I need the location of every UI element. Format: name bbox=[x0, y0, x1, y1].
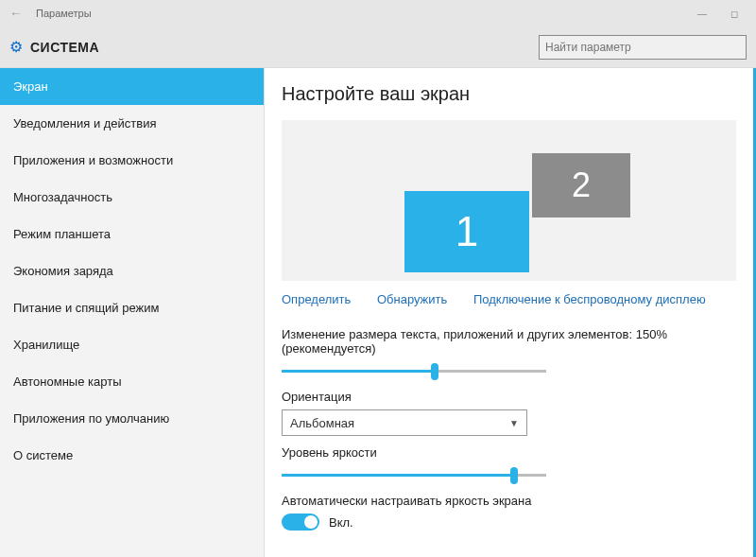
orientation-select[interactable]: Альбомная ▼ bbox=[282, 409, 527, 436]
brightness-label: Уровень яркости bbox=[282, 445, 736, 460]
scale-slider[interactable] bbox=[282, 361, 546, 380]
sidebar-item-default-apps[interactable]: Приложения по умолчанию bbox=[0, 400, 264, 437]
sidebar-item-offline-maps[interactable]: Автономные карты bbox=[0, 363, 264, 400]
back-button[interactable]: ← bbox=[6, 6, 26, 21]
titlebar: ← Параметры — ◻ bbox=[0, 0, 756, 26]
sidebar-item-tablet-mode[interactable]: Режим планшета bbox=[0, 216, 264, 252]
monitor-2[interactable]: 2 bbox=[532, 153, 630, 218]
toggle-knob bbox=[304, 515, 318, 529]
wireless-display-link[interactable]: Подключение к беспроводному дисплею bbox=[473, 292, 706, 306]
chevron-down-icon: ▼ bbox=[509, 418, 519, 428]
monitor-1[interactable]: 1 bbox=[404, 191, 529, 272]
scale-label: Изменение размера текста, приложений и д… bbox=[282, 327, 736, 356]
toggle-state-label: Вкл. bbox=[329, 515, 353, 530]
header-title: СИСТЕМА bbox=[30, 40, 99, 55]
monitor-layout[interactable]: 2 1 bbox=[282, 120, 736, 281]
window-title: Параметры bbox=[36, 8, 92, 19]
maximize-button[interactable]: ◻ bbox=[718, 9, 750, 19]
auto-brightness-toggle[interactable] bbox=[282, 513, 319, 531]
sidebar-item-power-sleep[interactable]: Питание и спящий режим bbox=[0, 289, 264, 326]
header: ⚙ СИСТЕМА bbox=[0, 26, 756, 68]
identify-link[interactable]: Определить bbox=[282, 292, 351, 306]
page-title: Настройте ваш экран bbox=[282, 83, 736, 105]
sidebar-item-notifications[interactable]: Уведомления и действия bbox=[0, 105, 264, 142]
brightness-slider[interactable] bbox=[282, 465, 546, 484]
minimize-button[interactable]: — bbox=[686, 9, 718, 19]
orientation-value: Альбомная bbox=[290, 416, 354, 430]
gear-icon: ⚙ bbox=[9, 38, 23, 56]
sidebar-item-battery-saver[interactable]: Экономия заряда bbox=[0, 252, 264, 289]
auto-brightness-label: Автоматически настраивать яркость экрана bbox=[282, 494, 736, 508]
sidebar-item-about[interactable]: О системе bbox=[0, 437, 264, 474]
search-input[interactable] bbox=[539, 35, 747, 60]
sidebar-item-display[interactable]: Экран bbox=[0, 68, 264, 105]
sidebar-item-multitasking[interactable]: Многозадачность bbox=[0, 179, 264, 216]
orientation-label: Ориентация bbox=[282, 390, 736, 404]
sidebar-item-storage[interactable]: Хранилище bbox=[0, 326, 264, 363]
detect-link[interactable]: Обнаружить bbox=[377, 292, 447, 306]
main-content: Настройте ваш экран 2 1 Определить Обнар… bbox=[265, 68, 756, 557]
sidebar: Экран Уведомления и действия Приложения … bbox=[0, 68, 265, 557]
display-links: Определить Обнаружить Подключение к бесп… bbox=[282, 287, 736, 320]
sidebar-item-apps-features[interactable]: Приложения и возможности bbox=[0, 142, 264, 179]
